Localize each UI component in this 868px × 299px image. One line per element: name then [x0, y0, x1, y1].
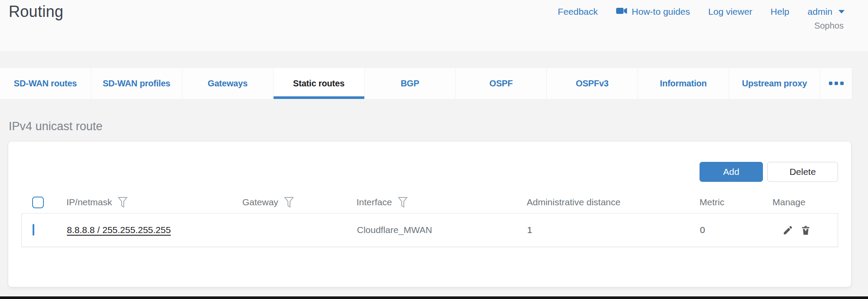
routes-panel: Add Delete IP/netmask Gateway Interface … [8, 141, 851, 287]
row-metric-cell: 0 [700, 225, 773, 235]
tab-ospfv3[interactable]: OSPFv3 [547, 68, 638, 99]
bottom-edge-bar [0, 296, 868, 299]
user-menu-label: admin [808, 7, 832, 17]
ellipsis-icon [829, 82, 832, 85]
row-manage-cell [773, 225, 838, 236]
header-ip-netmask: IP/netmask [66, 197, 242, 208]
table-row: 8.8.8.8 / 255.255.255.255 Cloudflare_MWA… [21, 213, 838, 247]
header-metric-label: Metric [700, 197, 724, 207]
header-gateway: Gateway [242, 197, 356, 208]
help-label: Help [771, 7, 789, 17]
tab-overflow-button[interactable] [820, 68, 852, 99]
feedback-link[interactable]: Feedback [558, 7, 598, 17]
video-camera-icon [616, 7, 627, 17]
pencil-icon[interactable] [782, 225, 793, 236]
filter-icon[interactable] [398, 197, 408, 208]
tab-ospf[interactable]: OSPF [455, 68, 547, 99]
header-metric: Metric [700, 197, 772, 207]
row-interface-cell: Cloudflare_MWAN [357, 225, 527, 235]
chevron-down-icon [838, 10, 845, 13]
row-admin-distance-cell: 1 [527, 225, 700, 235]
header-ip-label: IP/netmask [66, 197, 112, 207]
filter-icon[interactable] [284, 197, 294, 208]
feedback-label: Feedback [558, 7, 598, 17]
header-admin-distance: Administrative distance [527, 197, 700, 207]
page-header: Routing Feedback How-to guides Log viewe… [0, 0, 868, 51]
section-heading: IPv4 unicast route [9, 120, 102, 133]
page-title: Routing [9, 3, 63, 21]
log-viewer-label: Log viewer [708, 7, 752, 17]
top-nav: Feedback How-to guides Log viewer Help a… [558, 7, 845, 17]
howto-guides-link[interactable]: How-to guides [616, 7, 690, 17]
tab-upstream-proxy[interactable]: Upstream proxy [729, 68, 820, 99]
log-viewer-link[interactable]: Log viewer [708, 7, 752, 17]
header-interface-label: Interface [356, 197, 392, 207]
row-select-cell [22, 225, 67, 235]
table-actions: Add Delete [700, 162, 838, 182]
howto-guides-label: How-to guides [632, 7, 690, 17]
header-interface: Interface [356, 197, 527, 208]
header-manage-label: Manage [772, 197, 805, 207]
tab-bar: SD-WAN routes SD-WAN profiles Gateways S… [0, 67, 852, 99]
select-all-checkbox[interactable] [32, 197, 44, 208]
delete-button[interactable]: Delete [767, 162, 838, 182]
header-gateway-label: Gateway [242, 197, 278, 207]
tab-gateways[interactable]: Gateways [182, 68, 274, 99]
tab-bgp[interactable]: BGP [365, 68, 456, 99]
route-ip-link[interactable]: 8.8.8.8 / 255.255.255.255 [67, 225, 171, 235]
header-select-cell [21, 197, 66, 208]
header-admin-distance-label: Administrative distance [527, 197, 620, 207]
filter-icon[interactable] [118, 197, 128, 208]
table-header-row: IP/netmask Gateway Interface Administrat… [21, 191, 838, 213]
row-checkbox[interactable] [33, 224, 34, 236]
tab-sdwan-profiles[interactable]: SD-WAN profiles [91, 68, 182, 99]
tab-sdwan-routes[interactable]: SD-WAN routes [0, 68, 91, 99]
tab-static-routes[interactable]: Static routes [274, 68, 365, 99]
add-button[interactable]: Add [700, 162, 763, 182]
user-menu[interactable]: admin [808, 7, 845, 17]
tab-information[interactable]: Information [638, 68, 729, 99]
row-ip-cell: 8.8.8.8 / 255.255.255.255 [67, 225, 243, 235]
brand-label: Sophos [814, 21, 844, 31]
trash-icon[interactable] [800, 225, 811, 236]
help-link[interactable]: Help [771, 7, 789, 17]
header-manage: Manage [772, 197, 838, 207]
